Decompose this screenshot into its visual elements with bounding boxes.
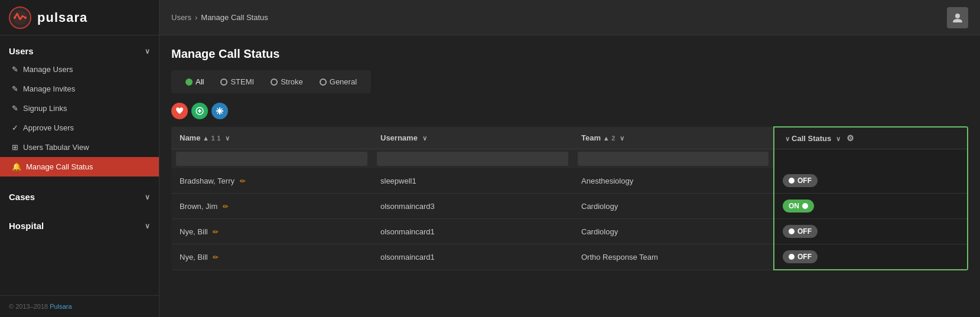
toggle-label-row2: ON: [789, 202, 799, 210]
row4-name: Nye, Bill ✏: [171, 244, 372, 270]
users-section-header[interactable]: Users ∨: [0, 40, 159, 60]
main-content: Users › Manage Call Status Manage Call S…: [159, 0, 980, 317]
filter-tab-general[interactable]: General: [312, 75, 364, 89]
name-col-label: Name: [180, 133, 200, 142]
sidebar-item-manage-users[interactable]: ✎ Manage Users: [0, 60, 159, 79]
table-row: Nye, Bill ✏ olsonmaincard1 Ortho Respons…: [171, 244, 968, 270]
row2-call-status: ON: [774, 194, 968, 219]
gear-icon[interactable]: ⚙: [846, 133, 854, 143]
topbar: Users › Manage Call Status: [159, 0, 980, 35]
filter-stemi-label: STEMI: [230, 77, 254, 86]
team-col-label: Team: [581, 133, 601, 142]
sidebar-item-approve-users[interactable]: ✓ Approve Users: [0, 118, 159, 138]
logo-text: pulsara: [37, 10, 87, 25]
team-sort-num-display: 2: [611, 135, 615, 142]
plus-icon: [195, 106, 204, 116]
svg-point-3: [24, 17, 27, 19]
filter-stroke-label: Stroke: [281, 77, 303, 86]
sidebar-section-cases: Cases ∨: [0, 181, 159, 210]
name-sort-num-display: 1: [217, 135, 220, 142]
svg-point-4: [955, 14, 960, 18]
name-chevron-icon: ∨: [225, 135, 230, 142]
copyright-text: © 2013–2018: [9, 303, 50, 310]
filter-tab-stemi[interactable]: STEMI: [213, 75, 261, 89]
logo-icon: [9, 6, 31, 29]
radio-stemi: [220, 79, 227, 86]
toggle-dot-row3: [789, 228, 795, 234]
snowflake-icon: [215, 106, 224, 116]
filter-tab-all[interactable]: All: [178, 75, 211, 89]
hospital-section-header[interactable]: Hospital ∨: [0, 215, 159, 234]
row2-name: Brown, Jim ✏: [171, 194, 372, 219]
call-status-left-chevron: ∨: [785, 135, 792, 142]
col-header-name[interactable]: Name ▲ 1 1 ∨: [171, 127, 372, 149]
edit-icon-row4[interactable]: ✏: [213, 253, 219, 262]
row4-call-status: OFF: [774, 244, 968, 270]
content-area: Manage Call Status All STEMI Stroke Gene…: [159, 35, 980, 317]
col-header-username[interactable]: Username ∨: [372, 127, 573, 149]
toggle-row4[interactable]: OFF: [783, 250, 818, 263]
sidebar-item-manage-call-status[interactable]: 🔔 Manage Call Status: [0, 157, 159, 177]
users-tabular-icon: ⊞: [12, 143, 18, 152]
status-icon-blue[interactable]: [211, 103, 228, 119]
team-sort-icon: ▲: [603, 135, 610, 142]
edit-icon-row1[interactable]: ✏: [240, 177, 246, 185]
name-search-cell: [171, 149, 372, 169]
manage-invites-label: Manage Invites: [23, 84, 75, 93]
row1-team: Anesthesiology: [573, 168, 774, 194]
table-row: Bradshaw, Terry ✏ sleepwell1 Anesthesiol…: [171, 168, 968, 194]
row1-name: Bradshaw, Terry ✏: [171, 168, 372, 194]
cases-section-header[interactable]: Cases ∨: [0, 186, 159, 205]
manage-users-icon: ✎: [12, 65, 18, 74]
table-row: Nye, Bill ✏ olsonmaincard1 Cardiology OF…: [171, 219, 968, 244]
toggle-row2[interactable]: ON: [783, 200, 814, 213]
col-header-team[interactable]: Team ▲ 2 ∨: [573, 127, 774, 149]
filter-tab-stroke[interactable]: Stroke: [263, 75, 310, 89]
sidebar-item-manage-invites[interactable]: ✎ Manage Invites: [0, 79, 159, 99]
status-icon-red[interactable]: [171, 103, 188, 119]
name-search-input[interactable]: [176, 152, 367, 166]
sidebar-item-users-tabular-view[interactable]: ⊞ Users Tabular View: [0, 138, 159, 157]
radio-all: [185, 79, 193, 86]
edit-icon-row2[interactable]: ✏: [223, 202, 229, 211]
signup-links-label: Signup Links: [23, 104, 67, 113]
sidebar-footer: © 2013–2018 Pulsara: [0, 295, 159, 317]
toggle-dot-row1: [789, 178, 795, 184]
logo-area: pulsara: [0, 0, 159, 35]
sidebar-item-signup-links[interactable]: ✎ Signup Links: [0, 99, 159, 118]
row1-username: sleepwell1: [372, 168, 573, 194]
user-avatar[interactable]: [947, 7, 968, 28]
username-search-input[interactable]: [377, 152, 568, 166]
sidebar: pulsara Users ∨ ✎ Manage Users ✎ Manage …: [0, 0, 159, 317]
radio-stroke: [271, 79, 278, 86]
radio-general: [320, 79, 327, 86]
manage-call-status-label: Manage Call Status: [26, 162, 93, 171]
hospital-chevron-icon: ∨: [145, 222, 150, 230]
user-icon: [952, 12, 963, 24]
col-header-call-status[interactable]: ∨ Call Status ∨ ⚙: [774, 127, 968, 149]
edit-icon-row3[interactable]: ✏: [213, 228, 219, 236]
username-chevron-icon: ∨: [422, 135, 427, 142]
hospital-section-label: Hospital: [9, 221, 44, 231]
status-icon-green[interactable]: [191, 103, 208, 119]
breadcrumb-separator: ›: [195, 13, 197, 22]
name-sort-num: 1: [211, 135, 215, 142]
breadcrumb-root[interactable]: Users: [171, 13, 191, 22]
toggle-row3[interactable]: OFF: [783, 225, 818, 238]
pulsara-link[interactable]: Pulsara: [50, 303, 71, 310]
breadcrumb-current: Manage Call Status: [201, 13, 268, 22]
call-status-col-label: Call Status: [792, 134, 831, 143]
users-section-label: Users: [9, 46, 34, 56]
row3-username: olsonmaincard1: [372, 219, 573, 244]
team-search-input[interactable]: [578, 152, 769, 166]
row2-team: Cardiology: [573, 194, 774, 219]
signup-links-icon: ✎: [12, 104, 18, 113]
toggle-label-row3: OFF: [797, 227, 812, 236]
team-chevron-icon: ∨: [620, 135, 624, 142]
row1-call-status: OFF: [774, 168, 968, 194]
sidebar-section-hospital: Hospital ∨: [0, 210, 159, 239]
filter-general-label: General: [330, 77, 357, 86]
page-title: Manage Call Status: [171, 47, 968, 61]
toggle-row1[interactable]: OFF: [783, 174, 818, 187]
cases-section-label: Cases: [9, 192, 35, 202]
